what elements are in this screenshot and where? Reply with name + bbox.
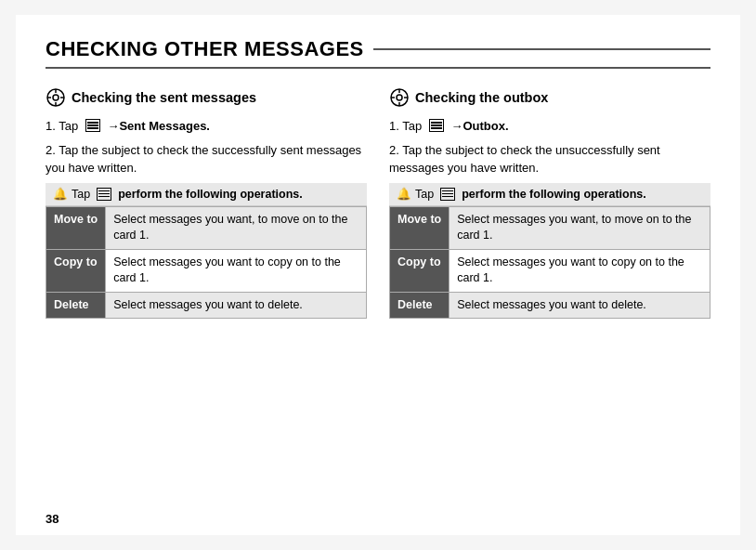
action-cell: Copy to xyxy=(390,249,450,292)
action-cell: Delete xyxy=(390,292,450,319)
menu-icon-right-hint xyxy=(440,188,455,201)
settings-icon xyxy=(46,87,66,108)
left-tap-hint: 🔔 Tap perform the following operations. xyxy=(46,183,367,206)
table-row: DeleteSelect messages you want to delete… xyxy=(390,292,710,319)
tap-icon-left: 🔔 xyxy=(53,187,68,202)
right-step2: 2. Tap the subject to check the unsucces… xyxy=(389,141,710,177)
table-row: Move toSelect messages you want, to move… xyxy=(46,206,367,249)
description-cell: Select messages you want to copy on to t… xyxy=(106,249,367,292)
left-step2: 2. Tap the subject to check the successf… xyxy=(46,141,367,177)
menu-icon-left-hint xyxy=(97,188,111,201)
left-section: Checking the sent messages 1. Tap → Sent… xyxy=(46,87,367,319)
description-cell: Select messages you want, to move on to … xyxy=(106,206,367,249)
svg-point-1 xyxy=(53,95,59,100)
table-row: Copy toSelect messages you want to copy … xyxy=(390,249,710,292)
action-cell: Delete xyxy=(46,292,106,319)
right-step1: 1. Tap → Outbox. xyxy=(389,117,710,136)
page-title: CHECKING OTHER MESSAGES xyxy=(46,37,710,69)
right-section-title: Checking the outbox xyxy=(389,87,710,108)
settings-icon-right xyxy=(389,87,410,108)
table-row: Copy toSelect messages you want to copy … xyxy=(46,249,367,292)
description-cell: Select messages you want to copy on to t… xyxy=(450,249,710,292)
right-tap-hint: 🔔 Tap perform the following operations. xyxy=(389,183,710,206)
description-cell: Select messages you want to delete. xyxy=(450,292,710,319)
left-section-title: Checking the sent messages xyxy=(46,87,367,108)
menu-icon-right-step1 xyxy=(429,119,444,132)
left-step1: 1. Tap → Sent Messages. xyxy=(46,117,367,136)
left-ops-table: Move toSelect messages you want, to move… xyxy=(46,206,367,320)
table-row: DeleteSelect messages you want to delete… xyxy=(46,292,367,319)
action-cell: Copy to xyxy=(46,249,106,292)
action-cell: Move to xyxy=(46,206,106,249)
right-ops-table: Move toSelect messages you want, to move… xyxy=(389,206,710,320)
action-cell: Move to xyxy=(390,206,450,249)
right-section: Checking the outbox 1. Tap → Outbox. 2. … xyxy=(389,87,710,319)
two-column-layout: Checking the sent messages 1. Tap → Sent… xyxy=(46,87,710,319)
page-number: 38 xyxy=(46,512,59,526)
table-row: Move toSelect messages you want, to move… xyxy=(390,206,710,249)
tap-icon-right: 🔔 xyxy=(397,187,411,202)
page: CHECKING OTHER MESSAGES Checking the sen… xyxy=(16,15,740,535)
description-cell: Select messages you want, to move on to … xyxy=(450,206,710,249)
description-cell: Select messages you want to delete. xyxy=(106,292,367,319)
svg-point-7 xyxy=(397,95,402,100)
menu-icon-left-step1 xyxy=(85,119,100,132)
